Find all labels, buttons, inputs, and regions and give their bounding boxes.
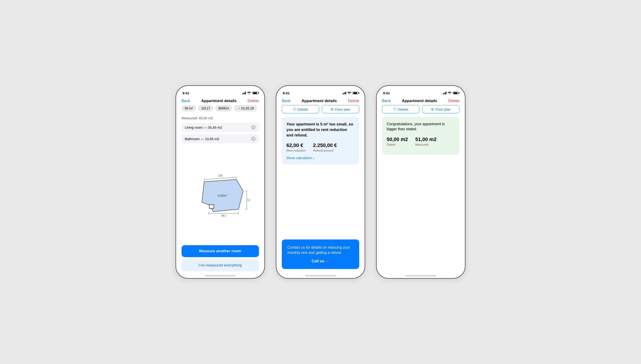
- back-button-2[interactable]: Back: [282, 99, 290, 103]
- contact-text: Contact us for details on reducing your …: [287, 245, 354, 255]
- status-icons-3: [443, 91, 459, 95]
- pills-row: 50 m² 10117 800€/m → 01.02.19: [176, 105, 264, 112]
- battery-icon-1: [252, 92, 258, 94]
- refund-block: 2.250,00 € Refund amount: [313, 142, 337, 152]
- home-indicator-2: [305, 275, 336, 276]
- delete-button-2[interactable]: Delete: [348, 99, 359, 103]
- show-calculation-button[interactable]: Show calculation ↓: [286, 156, 354, 160]
- floorplan-icon-3: ⊞: [431, 107, 434, 111]
- info-card-title: Your apartment is 5 m² too small, so you…: [286, 122, 354, 138]
- measured-label: Measured: 45,00 m2: [176, 116, 264, 120]
- svg-line-1: [204, 177, 236, 180]
- pill-date: → 01.02.19: [234, 105, 257, 112]
- room-tag-bathroom: Bathroom — 10,65 m2 ✕: [182, 134, 259, 143]
- congrats-measured-label: Measured: [415, 143, 436, 146]
- bottom-buttons: Measure another room I've measured every…: [176, 245, 264, 278]
- back-button-1[interactable]: Back: [182, 99, 190, 103]
- status-icons-1: [242, 91, 258, 95]
- signal-icon-3: [443, 92, 447, 94]
- details-icon-3: ⓘ: [393, 107, 396, 111]
- status-icons-2: [342, 91, 358, 95]
- tab-bar-3: ⓘ Details ⊞ Floor plan: [376, 105, 465, 113]
- nav-title-3: Appartment details: [402, 99, 437, 103]
- room-tag-bathroom-remove[interactable]: ✕: [251, 136, 256, 141]
- room-tag-living-text: Living room — 35,45 m2: [185, 126, 222, 129]
- svg-rect-13: [209, 205, 214, 208]
- rent-reduction-block: 62,00 € Rent reduction: [286, 142, 306, 152]
- measured-everything-button[interactable]: I've measured everything: [182, 260, 259, 271]
- status-time-1: 9:41: [182, 91, 189, 95]
- call-us-button[interactable]: Call us →: [287, 259, 354, 264]
- congrats-title: Congratulations, your appartment is bigg…: [387, 122, 455, 132]
- wifi-icon-3: [448, 91, 452, 95]
- congrats-measured-block: 51,00 m2 Measured: [415, 136, 436, 146]
- tab-floorplan-label-3: Floor plan: [435, 107, 450, 111]
- phone-1: 9:41: [176, 86, 265, 278]
- pill-area: 50 m²: [182, 105, 196, 112]
- delete-button-1[interactable]: Delete: [248, 99, 259, 103]
- svg-text:8.55m²: 8.55m²: [218, 194, 227, 197]
- home-indicator-3: [406, 275, 436, 276]
- details-icon-2: ⓘ: [293, 107, 296, 111]
- wifi-icon-1: [247, 91, 251, 95]
- tab-details-2[interactable]: ⓘ Details: [282, 105, 319, 113]
- congrats-measured-value: 51,00 m2: [415, 136, 436, 142]
- home-indicator-1: [205, 275, 236, 276]
- nav-title-2: Appartment details: [302, 99, 337, 103]
- tab-details-label-3: Details: [398, 107, 408, 111]
- pill-postal: 10117: [198, 105, 213, 112]
- rent-reduction-value: 62,00 €: [286, 142, 306, 148]
- stated-block: 50,00 m2 Stated: [387, 136, 408, 146]
- delete-button-3[interactable]: Delete: [448, 99, 460, 103]
- floor-plan-area: 2.85 3.0 98.2 8.55m²: [176, 146, 264, 245]
- phone-2: 9:41: [276, 86, 365, 278]
- phone-3: 9:41: [376, 86, 466, 278]
- svg-text:2.85: 2.85: [218, 174, 222, 177]
- tab-bar-2: ⓘ Details ⊞ Floor plan: [276, 105, 365, 113]
- tab-details-3[interactable]: ⓘ Details: [382, 105, 420, 113]
- stated-value: 50,00 m2: [387, 136, 408, 142]
- refund-value: 2.250,00 €: [313, 142, 337, 148]
- tab-floorplan-label-2: Floor plan: [335, 107, 350, 111]
- congrats-card: Congratulations, your appartment is bigg…: [382, 117, 460, 154]
- tab-floorplan-3[interactable]: ⊞ Floor plan: [422, 105, 460, 113]
- wifi-icon-2: [348, 91, 351, 95]
- signal-icon-1: [242, 92, 246, 94]
- amounts-row: 62,00 € Rent reduction 2.250,00 € Refund…: [286, 142, 354, 152]
- status-time-3: 9:41: [383, 91, 390, 95]
- battery-icon-2: [352, 92, 358, 94]
- svg-text:98.2: 98.2: [221, 214, 226, 217]
- info-card: Your apartment is 5 m² too small, so you…: [282, 117, 359, 164]
- floor-plan-svg: 2.85 3.0 98.2 8.55m²: [190, 172, 250, 218]
- signal-icon-2: [342, 92, 346, 94]
- rent-reduction-label: Rent reduction: [286, 149, 306, 152]
- measure-another-button[interactable]: Measure another room: [182, 245, 259, 257]
- room-tag-living-remove[interactable]: ✕: [251, 125, 256, 130]
- status-time-2: 9:41: [283, 91, 290, 95]
- contact-card: Contact us for details on reducing your …: [282, 240, 359, 269]
- nav-title-1: Appartment details: [201, 99, 236, 103]
- stated-label: Stated: [387, 143, 408, 146]
- pill-price: 800€/m: [215, 105, 232, 112]
- battery-icon-3: [453, 92, 458, 94]
- room-tag-living: Living room — 35,45 m2 ✕: [182, 123, 259, 132]
- back-button-3[interactable]: Back: [382, 99, 391, 103]
- refund-label: Refund amount: [313, 149, 337, 152]
- tab-details-label-2: Details: [298, 107, 308, 111]
- svg-text:3.0: 3.0: [247, 199, 250, 202]
- congrats-amounts-row: 50,00 m2 Stated 51,00 m2 Measured: [387, 136, 455, 146]
- room-tag-bathroom-text: Bathroom — 10,65 m2: [185, 137, 219, 141]
- tab-floorplan-2[interactable]: ⊞ Floor plan: [322, 105, 359, 113]
- floorplan-icon-2: ⊞: [331, 107, 334, 111]
